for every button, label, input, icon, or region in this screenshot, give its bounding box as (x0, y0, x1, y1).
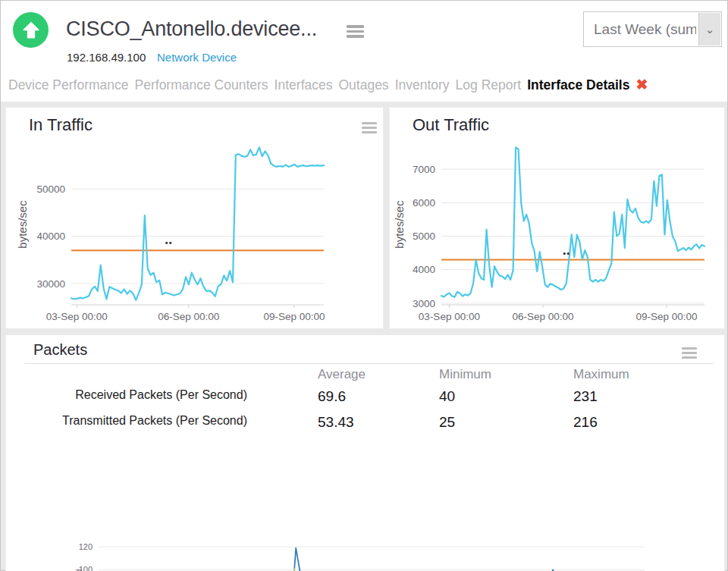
in-traffic-title: In Traffic (29, 115, 93, 135)
tab-interfaces[interactable]: Interfaces (275, 77, 333, 93)
col-header-minimum: Minimum (439, 367, 491, 382)
svg-text:50000: 50000 (36, 184, 65, 195)
svg-text:7000: 7000 (413, 164, 435, 175)
device-type-link[interactable]: Network Device (157, 51, 237, 64)
packets-menu-icon[interactable] (682, 347, 697, 361)
tab-interface-details[interactable]: Interface Details (527, 77, 629, 93)
close-icon[interactable]: ✖ (635, 77, 648, 93)
out-traffic-chart[interactable]: 3000400050006000700003-Sep 00:0006-Sep 0… (390, 138, 726, 329)
tab-performance-counters[interactable]: Performance Counters (135, 77, 268, 93)
svg-text:06-Sep 00:00: 06-Sep 00:00 (158, 311, 219, 322)
in-traffic-panel: In Traffic 30000400005000003-Sep 00:0006… (5, 107, 384, 329)
svg-text:5000: 5000 (413, 231, 435, 242)
svg-text:09-Sep 00:00: 09-Sep 00:00 (635, 311, 697, 322)
out-traffic-title: Out Traffic (413, 115, 489, 135)
received-average: 69.6 (318, 388, 346, 405)
transmitted-maximum: 216 (573, 414, 598, 431)
up-arrow-icon (21, 20, 41, 40)
svg-text:03-Sep 00:00: 03-Sep 00:00 (419, 311, 480, 322)
svg-text:120: 120 (79, 542, 93, 551)
svg-text:09-Sep 00:00: 09-Sep 00:00 (263, 311, 325, 322)
svg-text:bytes/sec: bytes/sec (393, 200, 406, 249)
page: CISCO_Antonello.devicee... 192.168.49.10… (0, 0, 728, 571)
transmitted-minimum: 25 (439, 414, 455, 431)
device-title: CISCO_Antonello.devicee... (66, 17, 317, 41)
chevron-down-icon[interactable]: ⌄ (698, 13, 720, 45)
out-traffic-panel: Out Traffic 3000400050006000700003-Sep 0… (389, 107, 725, 329)
svg-text:4000: 4000 (413, 264, 435, 275)
in-traffic-chart[interactable]: 30000400005000003-Sep 00:0006-Sep 00:000… (6, 138, 384, 329)
tab-outages[interactable]: Outages (338, 77, 388, 93)
received-maximum: 231 (573, 388, 598, 405)
svg-text:40000: 40000 (36, 231, 65, 242)
svg-text:30000: 30000 (36, 278, 65, 290)
packets-chart[interactable]: 40608010012003-Sep 00:0004-Sep 00:0005-S… (6, 536, 726, 571)
col-header-maximum: Maximum (573, 367, 629, 382)
tab-bar: Device PerformancePerformance CountersIn… (8, 76, 727, 93)
svg-text:03-Sep 00:00: 03-Sep 00:00 (46, 311, 108, 322)
dashboard-area: In Traffic 30000400005000003-Sep 00:0006… (1, 102, 727, 570)
time-period-value: Last Week (sum (584, 21, 696, 38)
device-ip: 192.168.49.100 (67, 51, 146, 64)
packets-title: Packets (33, 341, 87, 359)
row-label-received: Received Packets (Per Second) (24, 388, 247, 402)
svg-text:6000: 6000 (413, 197, 435, 209)
row-label-transmitted: Transmitted Packets (Per Second) (24, 414, 247, 428)
tab-device-performance[interactable]: Device Performance (8, 77, 129, 93)
tab-log-report[interactable]: Log Report (456, 77, 522, 93)
svg-text:3000: 3000 (413, 298, 435, 309)
svg-text:06-Sep 00:00: 06-Sep 00:00 (512, 311, 573, 322)
svg-text:Per Second: Per Second (74, 568, 83, 571)
col-header-average: Average (318, 367, 366, 382)
svg-text:bytes/sec: bytes/sec (16, 200, 29, 249)
tab-inventory[interactable]: Inventory (395, 77, 450, 93)
in-traffic-menu-icon[interactable] (362, 122, 377, 136)
device-menu-icon[interactable] (347, 25, 364, 40)
device-status-up-icon (13, 12, 49, 48)
received-minimum: 40 (439, 388, 455, 405)
divider (24, 363, 714, 364)
packets-panel: Packets Average Minimum Maximum Received… (5, 334, 725, 571)
transmitted-average: 53.43 (318, 414, 354, 431)
time-period-select[interactable]: Last Week (sum ⌄ (583, 11, 722, 47)
